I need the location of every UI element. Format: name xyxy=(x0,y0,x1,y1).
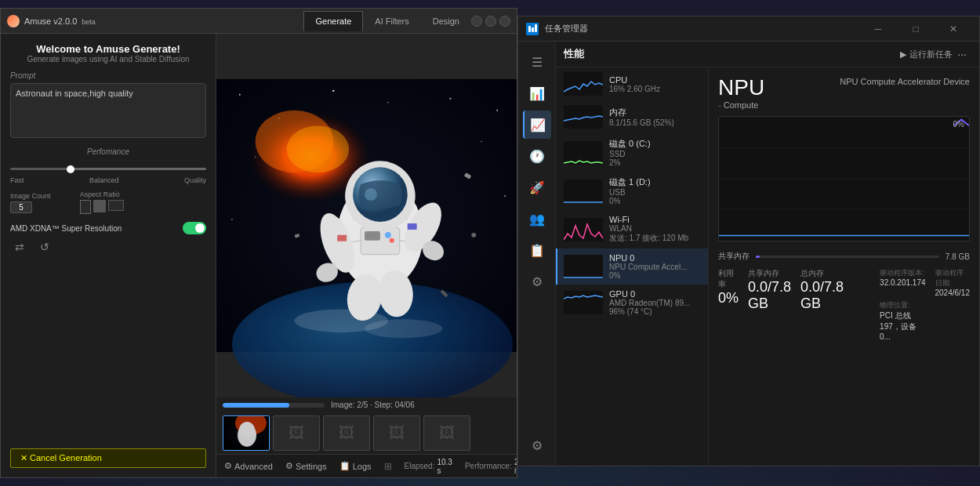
shuffle-icon[interactable]: ⇄ xyxy=(10,238,29,256)
perf-slider-container xyxy=(10,159,206,173)
advanced-link[interactable]: ⚙ Advanced xyxy=(224,461,273,471)
image-count-input[interactable] xyxy=(10,201,32,213)
tm-nav-performance[interactable]: 📈 xyxy=(523,111,551,139)
memory-sub: 8.1/15.6 GB (52%) xyxy=(609,118,702,127)
tm-close-button[interactable]: ✕ xyxy=(935,16,971,42)
tm-nav-services[interactable]: ⚙ xyxy=(523,267,551,296)
tm-body: ☰ 📊 📈 🕐 🚀 👥 📋 ⚙ ⚙ 性能 ▶ 运行新任务 ··· xyxy=(518,42,979,466)
advanced-icon: ⚙ xyxy=(224,461,232,471)
tm-nav-details[interactable]: 📋 xyxy=(523,236,551,264)
device-item-disk0[interactable]: 磁盘 0 (C:) SSD 2% xyxy=(556,133,708,172)
settings-icon: ⚙ xyxy=(285,461,293,471)
settings-link[interactable]: ⚙ Settings xyxy=(285,461,327,471)
tm-minimize-button[interactable]: ─ xyxy=(860,16,896,42)
disk1-pct: 0% xyxy=(609,197,702,205)
prompt-input[interactable]: Astronaut in space,high quality xyxy=(10,83,206,138)
minimize-button[interactable]: ─ xyxy=(471,16,482,27)
svg-point-10 xyxy=(231,219,233,220)
tm-window-controls: ─ □ ✕ xyxy=(860,16,971,42)
image-aspect-row: Image Count Aspect Ratio xyxy=(10,190,206,214)
npu-graph-svg xyxy=(719,117,969,241)
thumbnail-4[interactable]: 🖼 xyxy=(373,415,420,451)
aspect-portrait-button[interactable] xyxy=(80,200,91,214)
performance-slider[interactable] xyxy=(10,168,206,170)
npu-sub: NPU Compute Accel... xyxy=(609,263,702,271)
elapsed-label: Elapsed: xyxy=(405,462,435,470)
perf-fast-label: Fast xyxy=(10,176,24,184)
gpu-info: GPU 0 AMD Radeon(TM) 89... 96% (74 °C) xyxy=(609,289,702,316)
tm-nav-users[interactable]: 👥 xyxy=(523,205,551,233)
device-item-disk1[interactable]: 磁盘 1 (D:) USB 0% xyxy=(556,172,708,210)
npu-detail-panel: NPU - Compute NPU Compute Accelerator De… xyxy=(709,67,979,466)
close-button[interactable]: ✕ xyxy=(499,16,510,27)
npu-header: NPU - Compute NPU Compute Accelerator De… xyxy=(718,77,970,110)
gpu-pct: 96% (74 °C) xyxy=(609,307,702,316)
device-item-memory[interactable]: 内存 8.1/15.6 GB (52%) xyxy=(556,100,708,133)
thumbnail-5[interactable]: 🖼 xyxy=(423,415,470,451)
shared-mem-track xyxy=(756,256,939,258)
progress-area: Image: 2/5 · Step: 04/06 xyxy=(216,397,517,412)
tm-split: CPU 16% 2.60 GHz 内存 8.1/15.6 GB (52%) xyxy=(556,67,979,466)
npu-physical-location: 物理位置: PCI 总线 197，设备 0... xyxy=(880,300,925,341)
npu-info: NPU 0 NPU Compute Accel... 0% xyxy=(609,253,702,280)
tm-sidebar: ☰ 📊 📈 🕐 🚀 👥 📋 ⚙ ⚙ xyxy=(518,42,556,466)
aspect-landscape-button[interactable] xyxy=(108,200,124,211)
refresh-icon[interactable]: ↺ xyxy=(35,238,54,256)
more-options-button[interactable]: ··· xyxy=(953,46,971,62)
logs-link[interactable]: 📋 Logs xyxy=(339,461,372,471)
generated-image xyxy=(216,34,517,397)
amuse-body: Welcome to Amuse Generate! Generate imag… xyxy=(1,34,517,477)
npu-util-value: 0% xyxy=(718,290,739,306)
tm-nav-processes[interactable]: 📊 xyxy=(523,79,551,107)
shared-mem-fill xyxy=(756,256,760,258)
maximize-button[interactable]: □ xyxy=(485,16,496,27)
perf-balanced-label: Balanced xyxy=(89,176,119,184)
tm-nav-settings[interactable]: ⚙ xyxy=(523,431,551,459)
tm-section-title: 性能 xyxy=(564,47,900,61)
svg-point-21 xyxy=(390,238,394,243)
tab-ai-filters[interactable]: AI Filters xyxy=(363,11,420,31)
prompt-label: Prompt xyxy=(10,71,206,80)
svg-point-9 xyxy=(504,195,506,197)
thumbnail-2[interactable]: 🖼 xyxy=(273,415,320,451)
disk0-sub: SSD xyxy=(609,150,702,158)
run-new-task-button[interactable]: ▶ 运行新任务 xyxy=(900,49,953,60)
device-item-wifi[interactable]: Wi-Fi WLAN 发送: 1.7 接收: 120 Mb xyxy=(556,210,708,248)
svg-rect-43 xyxy=(532,27,534,32)
cpu-sub: 16% 2.60 GHz xyxy=(609,85,702,93)
amuse-sidebar: Welcome to Amuse Generate! Generate imag… xyxy=(1,34,216,477)
disk0-info: 磁盘 0 (C:) SSD 2% xyxy=(609,138,702,167)
svg-point-1 xyxy=(239,94,241,96)
device-item-npu[interactable]: NPU 0 NPU Compute Accel... 0% xyxy=(556,248,708,285)
tm-maximize-button[interactable]: □ xyxy=(898,16,934,42)
tm-nav-history[interactable]: 🕐 xyxy=(523,142,551,170)
driver-date-key: 驱动程序日期: xyxy=(935,268,971,288)
aspect-square-button[interactable] xyxy=(93,200,106,212)
tab-generate[interactable]: Generate xyxy=(303,11,363,31)
gpu-name: GPU 0 xyxy=(609,289,702,299)
tm-nav-hamburger[interactable]: ☰ xyxy=(523,48,551,76)
xdna-toggle[interactable] xyxy=(183,222,206,234)
thumbnail-1[interactable] xyxy=(223,415,270,451)
svg-rect-51 xyxy=(564,291,603,314)
npu-shared-mem-stat: 共享内存 0.0/7.8 GB xyxy=(748,268,791,341)
thumbnail-placeholder-icon-3: 🖼 xyxy=(339,424,354,442)
svg-rect-48 xyxy=(564,180,603,203)
npu-title: NPU xyxy=(718,77,764,99)
xdna-label: AMD XDNA™ Super Resolution xyxy=(10,224,176,233)
device-item-gpu[interactable]: GPU 0 AMD Radeon(TM) 89... 96% (74 °C) xyxy=(556,285,708,321)
cancel-generation-button[interactable]: ✕ Cancel Generation xyxy=(10,448,206,468)
tab-design[interactable]: Design xyxy=(421,11,471,31)
svg-rect-31 xyxy=(337,235,347,241)
amuse-statusbar: ⚙ Advanced ⚙ Settings 📋 Logs ⊞ Elapsed: … xyxy=(216,454,517,477)
tm-nav-startup[interactable]: 🚀 xyxy=(523,173,551,201)
svg-rect-47 xyxy=(564,141,603,165)
npu-graph-top-label: 0% xyxy=(953,120,964,129)
npu-graph: 0% xyxy=(718,116,970,241)
disk1-sub: USB xyxy=(609,188,702,197)
device-item-cpu[interactable]: CPU 16% 2.60 GHz xyxy=(556,67,708,100)
wifi-mini-chart xyxy=(564,218,603,241)
thumbnail-3[interactable]: 🖼 xyxy=(323,415,370,451)
task-manager-window: 任务管理器 ─ □ ✕ ☰ 📊 📈 🕐 🚀 👥 📋 ⚙ ⚙ 性能 xyxy=(517,16,980,466)
disk1-mini-chart xyxy=(564,180,603,203)
